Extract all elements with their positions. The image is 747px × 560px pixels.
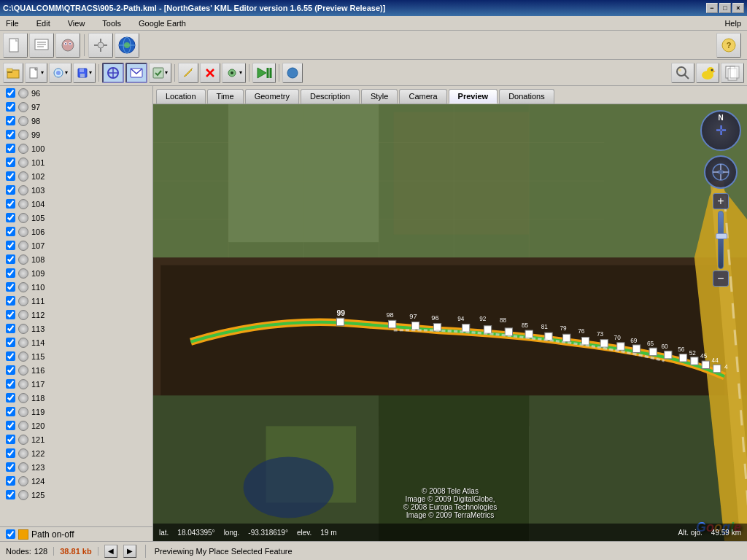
node-item[interactable]: 116 xyxy=(0,363,152,377)
node-checkbox[interactable] xyxy=(6,310,15,319)
node-item[interactable]: 117 xyxy=(0,377,152,391)
node-item[interactable]: 104 xyxy=(0,197,152,211)
node-checkbox[interactable] xyxy=(6,393,15,402)
zoom-slider[interactable] xyxy=(718,211,724,269)
new-dropdown[interactable]: ▾ xyxy=(25,63,47,83)
node-checkbox[interactable] xyxy=(6,407,15,416)
node-checkbox[interactable] xyxy=(6,199,15,209)
node-checkbox[interactable] xyxy=(6,88,15,98)
pencil-button[interactable] xyxy=(178,63,198,83)
node-checkbox[interactable] xyxy=(6,338,15,347)
node-item[interactable]: 100 xyxy=(0,141,152,155)
menu-view[interactable]: View xyxy=(65,18,88,29)
node-item[interactable]: 121 xyxy=(0,432,152,446)
google-earth-button[interactable] xyxy=(115,33,139,58)
tools-button[interactable] xyxy=(88,33,113,58)
node-checkbox[interactable] xyxy=(6,282,15,292)
email-button[interactable] xyxy=(125,63,147,83)
menu-edit[interactable]: Edit xyxy=(34,18,53,29)
path-on-off-checkbox[interactable] xyxy=(6,529,15,539)
menu-google-earth[interactable]: Google Earth xyxy=(136,18,189,29)
node-item[interactable]: 123 xyxy=(0,460,152,474)
close-button[interactable]: × xyxy=(732,3,744,13)
tab-style[interactable]: Style xyxy=(361,89,398,104)
node-item[interactable]: 122 xyxy=(0,446,152,460)
node-item[interactable]: 106 xyxy=(0,225,152,238)
node-checkbox[interactable] xyxy=(6,171,15,181)
node-checkbox[interactable] xyxy=(6,144,15,153)
tab-description[interactable]: Description xyxy=(301,89,360,104)
zoom-in-button[interactable]: + xyxy=(713,193,729,209)
node-checkbox[interactable] xyxy=(6,351,15,361)
status-prev-button[interactable]: ◀ xyxy=(104,545,117,558)
node-checkbox[interactable] xyxy=(6,448,15,458)
node-item[interactable]: 98 xyxy=(0,114,152,128)
tab-time[interactable]: Time xyxy=(207,89,244,104)
node-item[interactable]: 115 xyxy=(0,349,152,363)
node-checkbox[interactable] xyxy=(6,324,15,333)
node-checkbox[interactable] xyxy=(6,213,15,222)
tab-location[interactable]: Location xyxy=(156,89,206,104)
node-item[interactable]: 124 xyxy=(0,474,152,488)
node-checkbox[interactable] xyxy=(6,227,15,236)
node-item[interactable]: 96 xyxy=(0,86,152,100)
node-checkbox[interactable] xyxy=(6,102,15,112)
node-checkbox[interactable] xyxy=(6,462,15,472)
node-item[interactable]: 110 xyxy=(0,280,152,294)
search-button[interactable] xyxy=(671,63,694,83)
node-item[interactable]: 113 xyxy=(0,322,152,335)
tab-geometry[interactable]: Geometry xyxy=(245,89,299,104)
node-item[interactable]: 108 xyxy=(0,252,152,266)
tab-donations[interactable]: Donations xyxy=(499,89,554,104)
node-item[interactable]: 97 xyxy=(0,100,152,114)
delete-button[interactable] xyxy=(200,63,220,83)
tilt-button[interactable] xyxy=(704,155,738,189)
node-checkbox[interactable] xyxy=(6,490,15,499)
node-checkbox[interactable] xyxy=(6,435,15,444)
help-button[interactable]: ? xyxy=(716,33,741,58)
save-dropdown[interactable]: ▾ xyxy=(73,63,96,83)
menu-file[interactable]: File xyxy=(3,18,22,29)
node-item[interactable]: 118 xyxy=(0,391,152,405)
menu-help[interactable]: Help xyxy=(721,18,744,29)
compass[interactable]: N ✛ xyxy=(700,110,741,151)
save2-dropdown[interactable]: ▾ xyxy=(149,63,171,83)
node-checkbox[interactable] xyxy=(6,379,15,389)
node-item[interactable]: 101 xyxy=(0,155,152,169)
node-checkbox[interactable] xyxy=(6,241,15,250)
node-list[interactable]: 96 97 98 99 100 101 102 1 xyxy=(0,86,152,526)
tab-camera[interactable]: Camera xyxy=(399,89,446,104)
maximize-button[interactable]: □ xyxy=(719,3,731,13)
node-checkbox[interactable] xyxy=(6,476,15,486)
status-next-button[interactable]: ▶ xyxy=(123,545,136,558)
node-checkbox[interactable] xyxy=(6,130,15,139)
new-button[interactable] xyxy=(3,33,28,58)
node-item[interactable]: 105 xyxy=(0,211,152,225)
edit-button[interactable] xyxy=(29,33,54,58)
node-item[interactable]: 114 xyxy=(0,335,152,349)
zoom-out-button[interactable]: − xyxy=(713,271,729,287)
open-button[interactable] xyxy=(3,63,23,83)
node-item[interactable]: 107 xyxy=(0,238,152,252)
zoom-thumb[interactable] xyxy=(716,233,727,239)
play-button[interactable] xyxy=(252,63,276,83)
open-dropdown[interactable]: ▾ xyxy=(49,63,71,83)
node-item[interactable]: 125 xyxy=(0,488,152,502)
node-item[interactable]: 99 xyxy=(0,128,152,141)
circle-button[interactable] xyxy=(282,63,303,83)
crosshair-button[interactable] xyxy=(102,63,124,83)
tab-preview[interactable]: Preview xyxy=(449,89,498,104)
node-item[interactable]: 111 xyxy=(0,294,152,308)
node-checkbox[interactable] xyxy=(6,254,15,264)
view-button[interactable] xyxy=(55,33,80,58)
camera-dropdown[interactable]: ▾ xyxy=(222,63,246,83)
pages-button[interactable] xyxy=(721,63,744,83)
node-checkbox[interactable] xyxy=(6,268,15,278)
node-item[interactable]: 102 xyxy=(0,169,152,183)
node-checkbox[interactable] xyxy=(6,296,15,306)
node-item[interactable]: 120 xyxy=(0,419,152,432)
node-item[interactable]: 103 xyxy=(0,183,152,197)
node-item[interactable]: 112 xyxy=(0,308,152,322)
map-area[interactable]: 99 98 97 96 94 92 88 85 81 79 76 73 70 6… xyxy=(153,104,747,541)
node-checkbox[interactable] xyxy=(6,365,15,375)
